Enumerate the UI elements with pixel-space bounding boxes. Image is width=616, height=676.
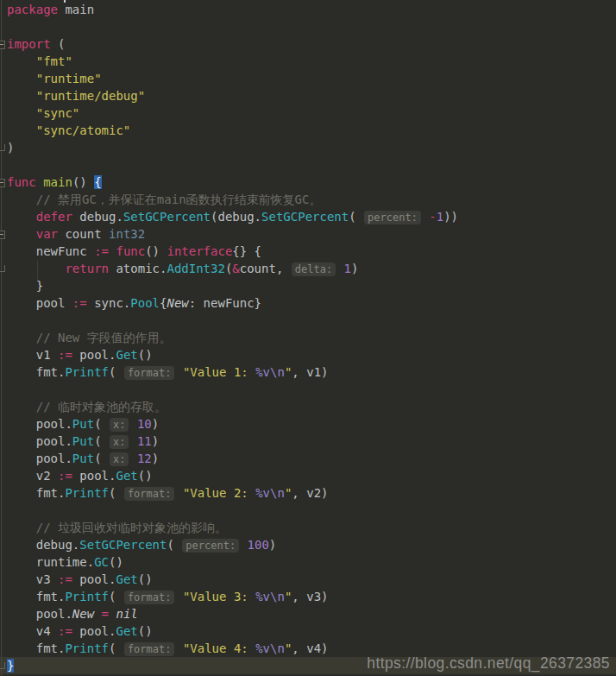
inlay-hint[interactable]: format: <box>124 591 175 604</box>
code-token: := <box>94 244 109 258</box>
code-line: "fmt" <box>0 53 616 70</box>
code-line: pool := sync.Pool{New: newFunc} <box>0 294 616 312</box>
code-token: 12 <box>137 452 152 465</box>
code-token: nil <box>116 607 137 621</box>
code-token: ( <box>109 365 123 379</box>
code-token: () <box>145 244 167 258</box>
code-line: v4 := pool.Get() <box>0 622 616 640</box>
code-token: - <box>429 210 436 224</box>
code-token: ( <box>109 486 123 500</box>
code-token: pool. <box>7 607 72 621</box>
fold-marker[interactable] <box>0 41 5 49</box>
code-token <box>175 641 182 655</box>
code-line: "sync/atomic" <box>0 122 616 139</box>
code-token <box>7 521 36 534</box>
code-token: package <box>7 3 58 16</box>
code-token: ( <box>51 37 66 51</box>
code-token: = <box>102 607 109 621</box>
fold-marker[interactable] <box>0 144 5 151</box>
code-line: v3 := pool.Get() <box>0 571 616 588</box>
code-line: v2 := pool.Get() <box>0 467 616 484</box>
code-token: := <box>58 348 72 362</box>
code-token <box>94 607 101 621</box>
code-token: , v4) <box>292 641 328 655</box>
code-token: \n <box>270 486 285 500</box>
inlay-hint[interactable]: format: <box>124 366 175 380</box>
inlay-hint[interactable]: format: <box>124 487 175 501</box>
code-token: SetGCPercent <box>79 538 167 552</box>
inlay-hint[interactable]: delta: <box>292 262 336 276</box>
watermark: https://blog.csdn.net/qq_26372385 <box>367 654 610 673</box>
code-token: ( <box>167 538 181 552</box>
code-line: debug.SetGCPercent( percent: 100) <box>0 536 616 553</box>
fold-marker[interactable] <box>0 662 5 669</box>
code-token: ( <box>109 641 123 655</box>
code-token: runtime. <box>7 555 94 569</box>
code-token: ( <box>94 417 109 431</box>
code-token: , v1) <box>292 365 328 379</box>
code-line <box>0 502 616 519</box>
code-editor[interactable]: package mainimport ( "fmt" "runtime" "ru… <box>0 0 616 676</box>
code-token: main <box>58 3 94 16</box>
code-token <box>7 227 36 241</box>
code-token <box>7 400 36 414</box>
code-token: debug. <box>7 538 79 552</box>
code-token: () <box>138 624 153 638</box>
code-token: (debug. <box>211 210 261 224</box>
code-line <box>0 156 616 174</box>
code-token: ) <box>269 538 276 552</box>
code-token <box>175 486 182 500</box>
code-token: Get <box>116 572 137 586</box>
code-token <box>7 210 36 224</box>
code-token: // New 字段值的作用。 <box>36 331 172 344</box>
code-token <box>336 262 343 275</box>
inlay-hint[interactable]: percent: <box>182 539 239 553</box>
code-token: Get <box>116 348 137 362</box>
fold-marker[interactable] <box>0 231 5 239</box>
code-token: } <box>7 659 14 673</box>
code-token: fmt. <box>7 590 65 603</box>
inlay-hint[interactable]: x: <box>110 418 129 432</box>
code-token: "sync/atomic" <box>36 123 131 137</box>
inlay-hint[interactable]: x: <box>110 452 129 466</box>
code-token: "sync" <box>36 106 80 120</box>
code-token: v3 <box>7 572 58 586</box>
code-token: 10 <box>137 417 152 431</box>
code-line: newFunc := func() interface{} { <box>0 243 616 260</box>
code-line <box>0 18 616 35</box>
code-line: pool.Put( x: 10) <box>0 415 616 433</box>
text-caret <box>64 0 66 3</box>
fold-marker[interactable] <box>0 179 5 187</box>
code-token: \n <box>270 641 285 655</box>
code-token: pool. <box>72 348 116 362</box>
fold-marker[interactable] <box>0 265 5 272</box>
code-token: GC <box>94 555 109 569</box>
code-line: fmt.Printf( format: "Value 1: %v\n", v1) <box>0 363 616 381</box>
code-token <box>129 417 136 431</box>
code-token <box>7 193 36 206</box>
code-token: main <box>36 175 72 189</box>
inlay-hint[interactable]: format: <box>124 642 175 656</box>
code-token: "Value 2: <box>183 486 255 500</box>
code-token: := <box>58 624 72 638</box>
code-token: Put <box>72 417 94 431</box>
code-token: ( <box>94 434 109 448</box>
code-line: var count int32 <box>0 225 616 243</box>
code-line: v1 := pool.Get() <box>0 346 616 363</box>
code-token: count <box>58 227 109 241</box>
code-token: pool <box>7 296 72 310</box>
code-token <box>7 72 36 85</box>
code-line: pool.Put( x: 12) <box>0 450 616 467</box>
code-line: "runtime" <box>0 70 616 87</box>
code-token <box>7 106 36 120</box>
code-token: Printf <box>65 590 109 603</box>
code-line: func main() { <box>0 174 616 191</box>
inlay-hint[interactable]: x: <box>110 435 129 449</box>
code-token: %v <box>255 641 270 655</box>
code-token <box>175 590 182 603</box>
code-token: \n <box>270 590 285 603</box>
code-token: // 禁用GC，并保证在main函数执行结束前恢复GC。 <box>36 193 322 206</box>
code-line <box>0 381 616 398</box>
code-token: ) <box>152 452 159 465</box>
inlay-hint[interactable]: percent: <box>364 211 421 224</box>
